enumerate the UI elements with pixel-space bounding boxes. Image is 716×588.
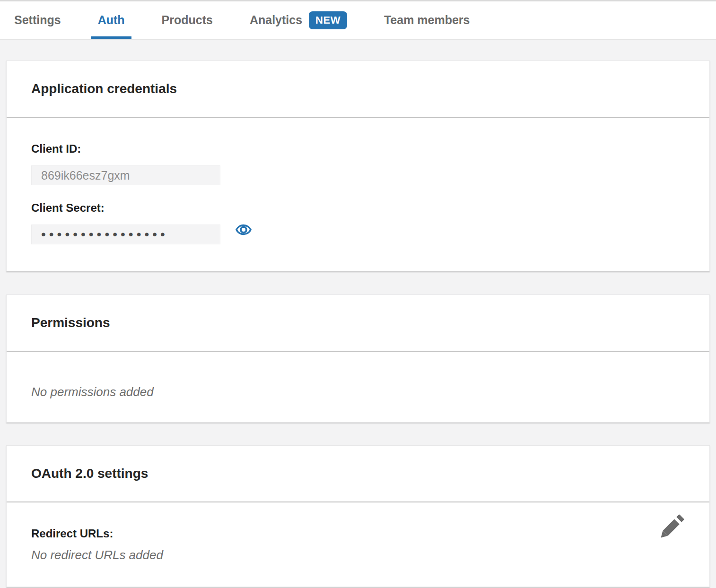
client-secret-row: •••••••••••••••• xyxy=(31,215,685,244)
no-permissions-message: No permissions added xyxy=(31,385,154,399)
application-credentials-body: Client ID: 869ik66esz7gxm Client Secret:… xyxy=(7,118,709,271)
tab-team-members-label: Team members xyxy=(384,13,470,27)
permissions-body: No permissions added xyxy=(7,352,709,422)
main-content: Application credentials Client ID: 869ik… xyxy=(0,61,716,587)
pencil-icon xyxy=(655,509,690,544)
tab-settings[interactable]: Settings xyxy=(14,1,61,39)
tab-bar: Settings Auth Products Analytics NEW Tea… xyxy=(0,0,716,40)
client-secret-field[interactable]: •••••••••••••••• xyxy=(31,225,220,244)
permissions-header: Permissions xyxy=(7,295,709,352)
oauth-settings-card: OAuth 2.0 settings Redirect URLs: No red… xyxy=(6,445,710,587)
application-credentials-title: Application credentials xyxy=(31,81,685,97)
tab-analytics[interactable]: Analytics NEW xyxy=(250,1,347,39)
client-id-value: 869ik66esz7gxm xyxy=(41,169,130,182)
oauth-settings-title: OAuth 2.0 settings xyxy=(31,466,685,482)
oauth-settings-header: OAuth 2.0 settings xyxy=(7,446,709,502)
tab-products-label: Products xyxy=(162,13,213,27)
tab-analytics-label: Analytics xyxy=(250,13,302,27)
application-credentials-card: Application credentials Client ID: 869ik… xyxy=(6,61,710,271)
no-redirect-urls-message: No redirect URLs added xyxy=(31,548,685,562)
new-badge: NEW xyxy=(309,11,347,29)
edit-redirect-urls-button[interactable] xyxy=(655,509,690,544)
application-credentials-header: Application credentials xyxy=(7,61,709,118)
tab-team-members[interactable]: Team members xyxy=(384,1,470,39)
tab-products[interactable]: Products xyxy=(162,1,213,39)
client-id-field[interactable]: 869ik66esz7gxm xyxy=(31,165,220,185)
reveal-secret-button[interactable] xyxy=(235,221,253,238)
tab-auth[interactable]: Auth xyxy=(98,1,125,39)
redirect-urls-label: Redirect URLs: xyxy=(31,527,685,540)
permissions-title: Permissions xyxy=(31,315,685,331)
client-secret-masked-value: •••••••••••••••• xyxy=(41,228,168,241)
tab-auth-label: Auth xyxy=(98,13,125,27)
tab-settings-label: Settings xyxy=(14,13,61,27)
client-secret-label: Client Secret: xyxy=(31,201,685,215)
permissions-card: Permissions No permissions added xyxy=(6,294,710,423)
oauth-settings-body: Redirect URLs: No redirect URLs added xyxy=(7,502,709,587)
eye-icon xyxy=(235,221,253,238)
client-id-label: Client ID: xyxy=(31,142,685,156)
